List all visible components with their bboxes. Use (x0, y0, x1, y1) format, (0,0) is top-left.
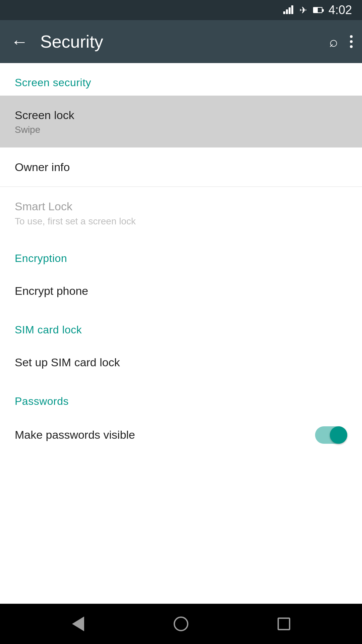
search-icon[interactable]: ⌕ (329, 33, 338, 50)
app-bar: ← Security ⌕ (0, 20, 362, 63)
screen-lock-item[interactable]: Screen lock Swipe (0, 96, 362, 147)
encryption-header: Encryption (0, 239, 362, 271)
screen-lock-title: Screen lock (15, 108, 347, 122)
nav-recents-icon (278, 618, 290, 630)
nav-recents-button[interactable] (270, 610, 297, 637)
page-title: Security (40, 32, 318, 52)
sim-card-lock-title: Set up SIM card lock (15, 355, 347, 370)
back-button[interactable]: ← (9, 33, 29, 50)
battery-icon (313, 7, 322, 13)
app-bar-actions: ⌕ (329, 33, 353, 50)
nav-home-icon (174, 616, 188, 631)
smart-lock-item: Smart Lock To use, first set a screen lo… (0, 187, 362, 238)
status-icons: ✈ 4:02 (283, 3, 352, 17)
make-passwords-visible-toggle[interactable] (315, 426, 347, 444)
encrypt-phone-item[interactable]: Encrypt phone (0, 271, 362, 310)
nav-bar (0, 604, 362, 644)
sim-card-lock-item[interactable]: Set up SIM card lock (0, 343, 362, 382)
status-time: 4:02 (328, 3, 352, 17)
nav-back-button[interactable] (65, 610, 92, 637)
more-options-button[interactable] (350, 35, 353, 48)
encrypt-phone-title: Encrypt phone (15, 283, 347, 298)
settings-content: Screen security Screen lock Swipe Owner … (0, 63, 362, 604)
screen-lock-subtitle: Swipe (15, 124, 347, 135)
status-bar: ✈ 4:02 (0, 0, 362, 20)
sim-card-lock-header: SIM card lock (0, 310, 362, 343)
passwords-header: Passwords (0, 382, 362, 414)
smart-lock-subtitle: To use, first set a screen lock (15, 216, 347, 227)
screen-security-header: Screen security (0, 63, 362, 96)
owner-info-title: Owner info (15, 160, 347, 174)
make-passwords-visible-title: Make passwords visible (15, 428, 135, 441)
nav-home-button[interactable] (168, 610, 194, 637)
make-passwords-visible-item[interactable]: Make passwords visible (0, 414, 362, 456)
owner-info-item[interactable]: Owner info (0, 148, 362, 186)
airplane-icon: ✈ (299, 5, 307, 16)
wifi-icon (283, 6, 293, 14)
nav-back-icon (72, 616, 84, 631)
toggle-thumb (330, 426, 347, 444)
smart-lock-title: Smart Lock (15, 199, 347, 214)
